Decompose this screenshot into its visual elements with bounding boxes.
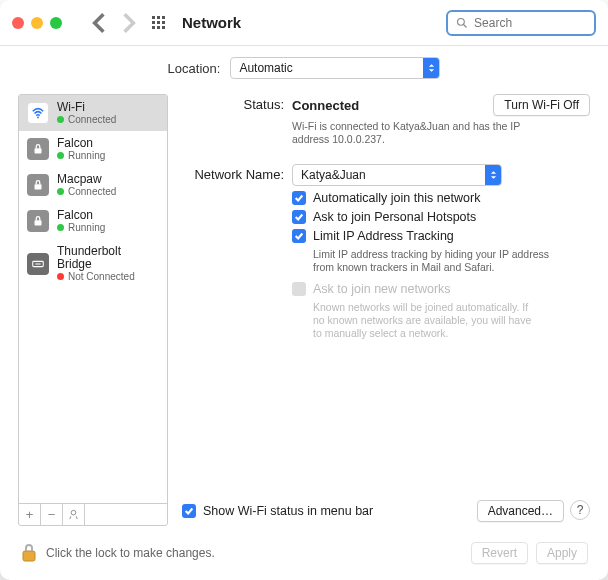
svg-rect-12 [35, 148, 42, 153]
apply-button[interactable]: Apply [536, 542, 588, 564]
add-service-button[interactable]: + [19, 504, 41, 525]
status-dot [57, 224, 64, 231]
location-label: Location: [168, 61, 221, 76]
updown-icon [423, 58, 439, 78]
status-dot [57, 116, 64, 123]
lock-icon[interactable] [20, 543, 38, 563]
service-status: Connected [68, 186, 116, 197]
svg-rect-6 [152, 26, 155, 29]
ask-hotspot-label: Ask to join Personal Hotspots [313, 210, 476, 224]
search-input[interactable] [474, 16, 586, 30]
search-icon [456, 16, 468, 30]
show-menu-label: Show Wi-Fi status in menu bar [203, 504, 373, 518]
lock-icon [27, 174, 49, 196]
svg-rect-0 [152, 16, 155, 19]
status-label: Status: [182, 94, 292, 112]
svg-point-11 [37, 116, 39, 118]
svg-line-10 [464, 24, 467, 27]
limit-ip-checkbox[interactable] [292, 229, 306, 243]
service-name: Macpaw [57, 173, 116, 186]
wifi-toggle-button[interactable]: Turn Wi-Fi Off [493, 94, 590, 116]
zoom-button[interactable] [50, 17, 62, 29]
status-dot [57, 188, 64, 195]
minimize-button[interactable] [31, 17, 43, 29]
location-value: Automatic [239, 61, 292, 75]
svg-rect-4 [157, 21, 160, 24]
forward-button[interactable] [118, 12, 140, 34]
updown-icon [485, 165, 501, 185]
svg-point-16 [71, 510, 76, 515]
window-footer: Click the lock to make changes. Revert A… [0, 536, 608, 580]
svg-rect-7 [157, 26, 160, 29]
network-prefs-window: Network Location: Automatic [0, 0, 608, 580]
auto-join-checkbox[interactable] [292, 191, 306, 205]
network-name-label: Network Name: [182, 164, 292, 182]
show-menu-checkbox[interactable] [182, 504, 196, 518]
wifi-icon [27, 102, 49, 124]
service-item-wifi[interactable]: Wi-Fi Connected [19, 95, 167, 131]
advanced-button[interactable]: Advanced… [477, 500, 564, 522]
svg-rect-8 [162, 26, 165, 29]
ask-new-label: Ask to join new networks [313, 282, 451, 296]
svg-rect-13 [35, 184, 42, 189]
status-value: Connected [292, 98, 359, 113]
close-button[interactable] [12, 17, 24, 29]
ask-new-checkbox[interactable] [292, 282, 306, 296]
service-status: Not Connected [68, 271, 135, 282]
svg-rect-2 [162, 16, 165, 19]
service-item-macpaw[interactable]: Macpaw Connected [19, 167, 167, 203]
window-title: Network [182, 14, 241, 31]
service-status: Running [68, 222, 105, 233]
limit-ip-desc: Limit IP address tracking by hiding your… [313, 248, 553, 274]
svg-rect-5 [162, 21, 165, 24]
lock-icon [27, 210, 49, 232]
revert-button[interactable]: Revert [471, 542, 528, 564]
help-button[interactable]: ? [570, 500, 590, 520]
svg-rect-17 [23, 551, 35, 561]
service-name: Wi-Fi [57, 101, 116, 114]
service-list: Wi-Fi Connected Falcon Running [19, 95, 167, 503]
service-actions-button[interactable] [63, 504, 85, 525]
detail-pane: Status: Connected Turn Wi-Fi Off Wi-Fi i… [182, 94, 590, 526]
location-row: Location: Automatic [0, 46, 608, 90]
service-status: Connected [68, 114, 116, 125]
svg-point-9 [458, 18, 465, 25]
service-item-thunderbolt[interactable]: Thunderbolt Bridge Not Connected [19, 239, 167, 288]
network-name-select[interactable]: Katya&Juan [292, 164, 502, 186]
service-item-falcon-2[interactable]: Falcon Running [19, 203, 167, 239]
show-all-button[interactable] [148, 12, 170, 34]
lock-icon [27, 138, 49, 160]
limit-ip-label: Limit IP Address Tracking [313, 229, 454, 243]
svg-rect-3 [152, 21, 155, 24]
service-sidebar: Wi-Fi Connected Falcon Running [18, 94, 168, 526]
service-item-falcon[interactable]: Falcon Running [19, 131, 167, 167]
service-name: Falcon [57, 137, 105, 150]
window-controls [12, 17, 62, 29]
ask-hotspot-checkbox[interactable] [292, 210, 306, 224]
thunderbolt-icon [27, 253, 49, 275]
remove-service-button[interactable]: − [41, 504, 63, 525]
service-status: Running [68, 150, 105, 161]
back-button[interactable] [88, 12, 110, 34]
status-description: Wi-Fi is connected to Katya&Juan and has… [292, 120, 532, 146]
lock-text: Click the lock to make changes. [46, 546, 215, 560]
ask-new-desc: Known networks will be joined automatica… [313, 301, 533, 340]
status-dot [57, 152, 64, 159]
status-dot [57, 273, 64, 280]
sidebar-footer: + − [19, 503, 167, 525]
service-name: Falcon [57, 209, 105, 222]
location-select[interactable]: Automatic [230, 57, 440, 79]
svg-rect-14 [35, 220, 42, 225]
titlebar: Network [0, 0, 608, 46]
auto-join-label: Automatically join this network [313, 191, 480, 205]
service-name: Thunderbolt Bridge [57, 245, 159, 271]
svg-rect-1 [157, 16, 160, 19]
network-name-value: Katya&Juan [301, 168, 366, 182]
search-field[interactable] [446, 10, 596, 36]
